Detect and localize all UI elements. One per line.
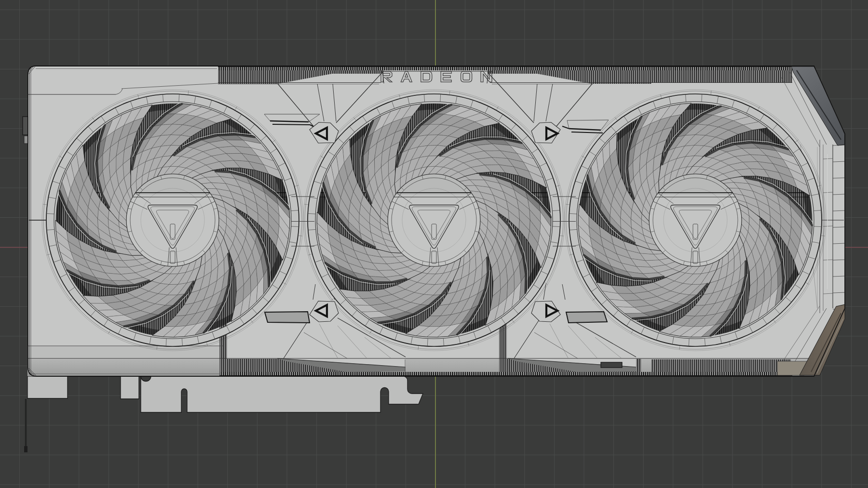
bottom-notch — [601, 362, 622, 368]
fan-3 — [565, 90, 826, 351]
bracket-tab — [23, 117, 28, 135]
fan-1 — [42, 90, 303, 351]
blender-3d-viewport[interactable]: RADEON — [0, 0, 868, 488]
viewport-canvas[interactable]: RADEON — [0, 0, 868, 488]
cooling-fans — [42, 90, 826, 351]
fan-2 — [303, 90, 565, 351]
